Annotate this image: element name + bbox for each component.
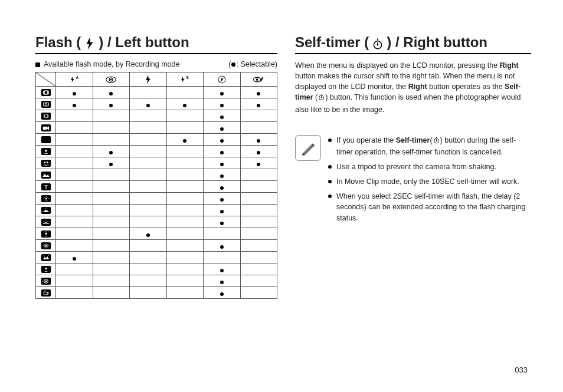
cell bbox=[130, 122, 167, 134]
cell bbox=[204, 134, 241, 146]
cell bbox=[204, 263, 241, 275]
svg-point-26 bbox=[45, 149, 47, 151]
table-caption-row: Available flash mode, by Recording mode … bbox=[35, 60, 277, 68]
cell bbox=[130, 181, 167, 193]
svg-text:T: T bbox=[44, 185, 47, 190]
svg-rect-14 bbox=[41, 89, 51, 96]
mode-icon-closeup bbox=[36, 193, 56, 205]
col-slow-sync: S bbox=[166, 73, 204, 87]
timer-icon bbox=[317, 93, 325, 104]
right-column: Self-timer ( ) / Right button When the m… bbox=[295, 34, 531, 380]
table-row bbox=[36, 205, 277, 216]
cell bbox=[93, 98, 130, 110]
cell bbox=[93, 287, 130, 299]
note-box: If you operate the Self-timer() button d… bbox=[295, 135, 531, 228]
table-row bbox=[36, 240, 277, 252]
cell bbox=[166, 110, 204, 122]
cell bbox=[93, 193, 130, 205]
cell bbox=[56, 193, 93, 205]
cell bbox=[56, 181, 93, 193]
cell bbox=[93, 87, 130, 98]
cell bbox=[166, 275, 204, 287]
cell bbox=[56, 169, 93, 181]
mode-icon-text: T bbox=[36, 181, 56, 193]
table-row bbox=[36, 275, 277, 287]
note-item: If you operate the Self-timer() button d… bbox=[328, 135, 531, 159]
cell bbox=[93, 252, 130, 263]
cell bbox=[130, 287, 167, 299]
svg-point-54 bbox=[45, 232, 47, 234]
mode-icon-food bbox=[36, 275, 56, 287]
cell bbox=[93, 228, 130, 240]
svg-line-41 bbox=[44, 200, 45, 200]
cell bbox=[166, 216, 204, 228]
cell bbox=[240, 169, 277, 181]
svg-line-42 bbox=[47, 197, 48, 197]
mode-icon-beach-snow bbox=[36, 252, 56, 263]
cell bbox=[204, 122, 241, 134]
cell bbox=[130, 263, 167, 275]
cell bbox=[56, 252, 93, 263]
mode-icon-backlight bbox=[36, 228, 56, 240]
table-row bbox=[36, 169, 277, 181]
cell bbox=[204, 287, 241, 299]
cell bbox=[204, 228, 241, 240]
mode-icon-portrait bbox=[36, 146, 56, 157]
col-redeye-fix bbox=[240, 73, 277, 87]
svg-rect-30 bbox=[41, 172, 51, 179]
table-row bbox=[36, 263, 277, 275]
cell bbox=[130, 228, 167, 240]
svg-line-40 bbox=[47, 200, 48, 200]
table-row bbox=[36, 87, 277, 98]
cell bbox=[56, 122, 93, 134]
cell bbox=[240, 110, 277, 122]
flash-mode-table: A S T bbox=[35, 72, 277, 299]
cell bbox=[240, 146, 277, 157]
cell bbox=[130, 110, 167, 122]
table-caption: Available flash mode, by Recording mode bbox=[35, 60, 179, 68]
note-item: In Movie Clip mode, only the 10SEC self-… bbox=[328, 176, 531, 187]
cell bbox=[240, 275, 277, 287]
cell bbox=[204, 87, 241, 98]
svg-rect-20 bbox=[41, 113, 51, 120]
cell bbox=[93, 122, 130, 134]
heading-text: Flash ( bbox=[35, 34, 81, 51]
flash-heading: Flash ( ) / Left button bbox=[35, 34, 277, 54]
cell bbox=[130, 205, 167, 216]
col-fill-flash bbox=[130, 73, 167, 87]
cell bbox=[93, 146, 130, 157]
cell bbox=[130, 169, 167, 181]
mode-icon-movie bbox=[36, 122, 56, 134]
cell bbox=[93, 275, 130, 287]
table-row bbox=[36, 134, 277, 146]
cell bbox=[204, 205, 241, 216]
mode-icon-cafe bbox=[36, 287, 56, 299]
mode-icon-night bbox=[36, 134, 56, 146]
cell bbox=[240, 240, 277, 252]
cell bbox=[204, 252, 241, 263]
cell bbox=[240, 87, 277, 98]
cell bbox=[240, 122, 277, 134]
table-row bbox=[36, 122, 277, 134]
cell bbox=[166, 157, 204, 169]
cell bbox=[204, 157, 241, 169]
cell bbox=[130, 252, 167, 263]
cell bbox=[130, 98, 167, 110]
svg-rect-73 bbox=[41, 289, 51, 297]
cell bbox=[166, 134, 204, 146]
cell bbox=[130, 157, 167, 169]
cell bbox=[130, 87, 167, 98]
cell bbox=[166, 205, 204, 216]
svg-point-68 bbox=[45, 267, 47, 269]
cell bbox=[204, 146, 241, 157]
cell bbox=[166, 252, 204, 263]
cell bbox=[204, 216, 241, 228]
cell bbox=[56, 240, 93, 252]
mode-icon-landscape bbox=[36, 169, 56, 181]
table-row bbox=[36, 98, 277, 110]
heading-text: ) / Right button bbox=[387, 34, 487, 51]
cell bbox=[93, 157, 130, 169]
cell bbox=[93, 134, 130, 146]
cell bbox=[93, 169, 130, 181]
cell bbox=[93, 216, 130, 228]
